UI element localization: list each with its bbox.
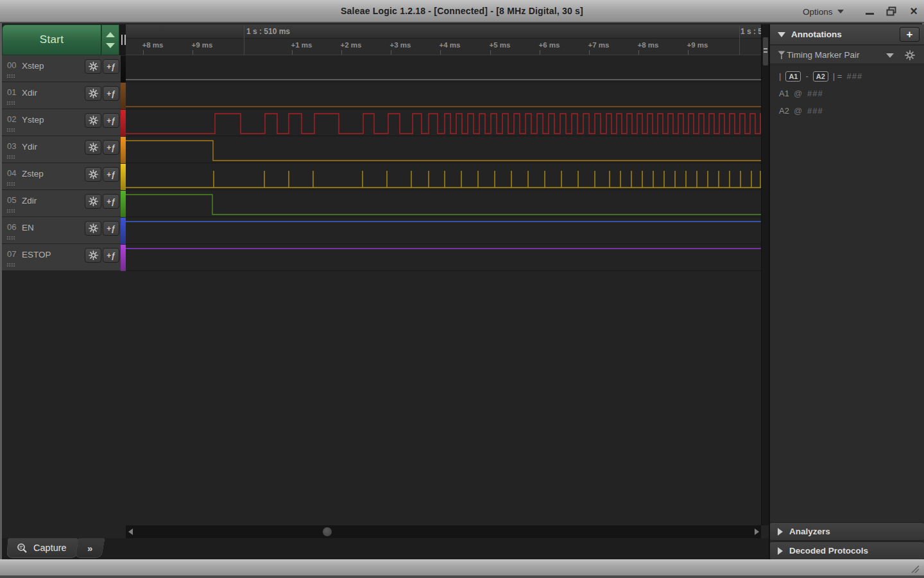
channel-panel: 00Xstep+ƒ01Xdir+ƒ02Ystep+ƒ03Ydir+ƒ04Zste… bbox=[2, 55, 121, 271]
decoded-protocols-section-header[interactable]: Decoded Protocols bbox=[770, 541, 924, 560]
channel-color-tab bbox=[121, 245, 126, 271]
channel-color-tab bbox=[121, 218, 126, 244]
timing-marker-pair-row[interactable]: Timing Marker Pair bbox=[770, 46, 924, 64]
channel-label: EN bbox=[22, 223, 34, 232]
arrow-left-icon bbox=[128, 529, 133, 535]
options-menu-button[interactable]: Options bbox=[798, 4, 849, 19]
channel-row-en[interactable]: 06EN+ƒ bbox=[2, 217, 121, 244]
channel-index: 02 bbox=[7, 114, 16, 124]
trace-zdir bbox=[126, 195, 761, 215]
a1-value: ### bbox=[807, 89, 823, 98]
drag-handle-dots-icon[interactable] bbox=[6, 263, 15, 267]
add-measurement-button[interactable]: +ƒ bbox=[103, 113, 119, 128]
channel-settings-button[interactable] bbox=[85, 86, 101, 101]
add-annotation-button[interactable]: + bbox=[900, 27, 920, 42]
gear-icon bbox=[89, 223, 98, 233]
add-measurement-button[interactable]: +ƒ bbox=[103, 59, 119, 74]
channel-row-ystep[interactable]: 02Ystep+ƒ bbox=[2, 109, 121, 136]
channel-index: 05 bbox=[7, 195, 16, 205]
scroll-right-button[interactable] bbox=[753, 527, 760, 536]
channel-settings-button[interactable] bbox=[85, 59, 101, 74]
channel-index: 01 bbox=[7, 87, 16, 97]
timeline-primary-label: 1 s : 510 ms bbox=[246, 27, 290, 36]
channel-index: 03 bbox=[7, 141, 16, 151]
timeline-ruler[interactable]: +8 ms+9 ms+1 ms+2 ms+3 ms+4 ms+5 ms+6 ms… bbox=[126, 39, 761, 55]
arrow-down-icon[interactable] bbox=[106, 43, 115, 48]
app-window: Saleae Logic 1.2.18 - [Connected] - [8 M… bbox=[0, 0, 924, 578]
add-measurement-button[interactable]: +ƒ bbox=[103, 221, 119, 236]
start-options-stepper[interactable] bbox=[101, 24, 119, 55]
ruler-tick-label: +8 ms bbox=[638, 41, 659, 49]
channel-row-estop[interactable]: 07ESTOP+ƒ bbox=[2, 244, 121, 271]
waveform-plot[interactable] bbox=[126, 55, 761, 271]
channel-settings-button[interactable] bbox=[85, 140, 101, 155]
channel-settings-button[interactable] bbox=[85, 248, 101, 263]
add-measurement-button[interactable]: +ƒ bbox=[103, 86, 119, 101]
drag-handle-dots-icon[interactable] bbox=[6, 74, 15, 78]
pipe-text: | bbox=[779, 71, 781, 81]
channel-label: Xstep bbox=[22, 61, 44, 71]
tab-overflow[interactable]: » bbox=[74, 538, 105, 558]
channel-row-ydir[interactable]: 03Ydir+ƒ bbox=[2, 136, 121, 163]
channel-row-zdir[interactable]: 05Zdir+ƒ bbox=[2, 190, 121, 217]
channel-settings-button[interactable] bbox=[85, 194, 101, 209]
timeline-left-grip[interactable] bbox=[121, 35, 126, 45]
add-measurement-button[interactable]: +ƒ bbox=[103, 167, 119, 182]
scroll-left-button[interactable] bbox=[126, 527, 134, 536]
gear-icon[interactable] bbox=[905, 50, 915, 60]
start-capture-button[interactable]: Start bbox=[2, 24, 101, 55]
timeline-header[interactable]: 1 s : 510 ms 1 s : 5 bbox=[126, 24, 761, 39]
channel-row-xdir[interactable]: 01Xdir+ƒ bbox=[2, 82, 121, 109]
vertical-scrollbar-thumb[interactable] bbox=[763, 37, 768, 66]
channel-color-tab bbox=[121, 83, 126, 109]
chevron-down-icon[interactable] bbox=[886, 53, 894, 58]
drag-handle-dots-icon[interactable] bbox=[6, 128, 15, 132]
collapse-triangle-icon bbox=[778, 32, 785, 37]
a1-position-row: A1 @ ### bbox=[779, 88, 862, 99]
annotations-header[interactable]: Annotations + bbox=[770, 24, 924, 45]
restore-button[interactable] bbox=[882, 3, 901, 19]
ruler-tick-mark bbox=[540, 50, 540, 55]
ruler-tick-mark bbox=[292, 50, 293, 55]
analyzers-section-header[interactable]: Analyzers bbox=[770, 522, 924, 541]
channel-settings-button[interactable] bbox=[85, 167, 101, 182]
at-sign: @ bbox=[794, 106, 803, 116]
tab-capture[interactable]: Capture bbox=[6, 538, 78, 558]
equals-text: | = bbox=[833, 71, 843, 81]
window-title: Saleae Logic 1.2.18 - [Connected] - [8 M… bbox=[0, 6, 924, 16]
drag-handle-dots-icon[interactable] bbox=[6, 155, 15, 159]
ruler-tick-label: +3 ms bbox=[390, 41, 411, 49]
add-measurement-button[interactable]: +ƒ bbox=[103, 194, 119, 209]
drag-handle-dots-icon[interactable] bbox=[6, 101, 15, 105]
trace-zstep bbox=[126, 171, 761, 188]
minus-text: - bbox=[805, 71, 808, 81]
channel-row-xstep[interactable]: 00Xstep+ƒ bbox=[2, 55, 121, 82]
options-label: Options bbox=[803, 7, 833, 17]
gear-icon bbox=[89, 170, 98, 179]
minimize-button[interactable] bbox=[860, 3, 879, 19]
vertical-scrollbar[interactable] bbox=[761, 24, 769, 525]
marker-a1-badge[interactable]: A1 bbox=[785, 71, 801, 82]
channel-settings-button[interactable] bbox=[85, 221, 101, 236]
resize-grip-icon[interactable] bbox=[909, 563, 920, 574]
arrow-up-icon[interactable] bbox=[106, 32, 115, 37]
add-measurement-button[interactable]: +ƒ bbox=[103, 140, 119, 155]
waveform-row-separator bbox=[126, 243, 761, 244]
empty-plot-area bbox=[2, 271, 761, 525]
add-measurement-button[interactable]: +ƒ bbox=[103, 248, 119, 263]
close-button[interactable]: × bbox=[904, 3, 923, 19]
a2-label: A2 bbox=[779, 106, 789, 116]
horizontal-scrollbar-thumb[interactable] bbox=[323, 527, 332, 536]
status-bar bbox=[0, 559, 924, 575]
drag-handle-dots-icon[interactable] bbox=[6, 236, 15, 240]
arrow-right-icon bbox=[755, 529, 759, 535]
start-label: Start bbox=[40, 33, 64, 46]
marker-a2-badge[interactable]: A2 bbox=[813, 71, 828, 82]
chevron-down-icon bbox=[837, 10, 844, 13]
drag-handle-dots-icon[interactable] bbox=[6, 182, 15, 186]
channel-color-tab bbox=[121, 137, 126, 163]
horizontal-scrollbar[interactable] bbox=[126, 525, 761, 538]
channel-settings-button[interactable] bbox=[85, 113, 101, 128]
drag-handle-dots-icon[interactable] bbox=[6, 209, 15, 213]
channel-row-zstep[interactable]: 04Zstep+ƒ bbox=[2, 163, 121, 190]
